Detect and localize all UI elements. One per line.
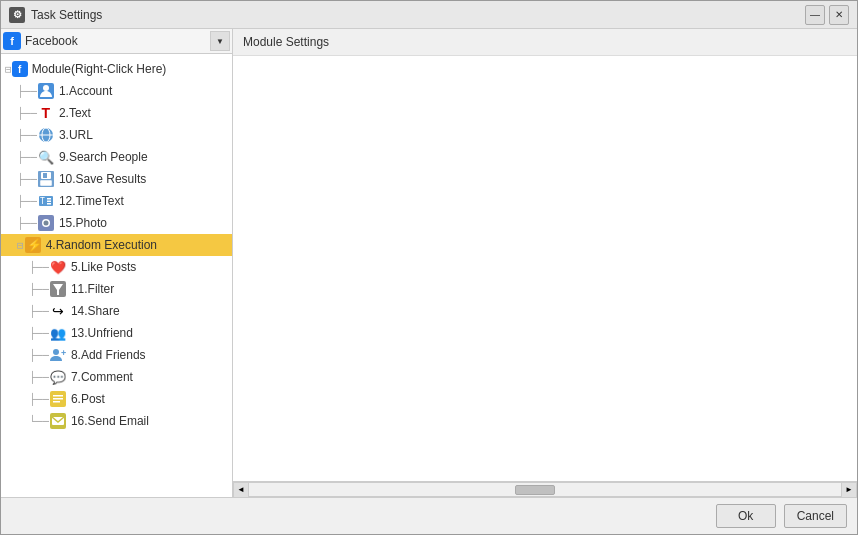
tree-item-likeposts[interactable]: ├── ❤️ 5.Like Posts: [1, 256, 232, 278]
photo-connector: ├──: [17, 218, 37, 229]
url-connector: ├──: [17, 130, 37, 141]
tree-item-sendemail[interactable]: └── 16.Send Email: [1, 410, 232, 432]
account-connector: ├──: [17, 86, 37, 97]
save-results-icon: [37, 170, 55, 188]
scroll-left-button[interactable]: ◄: [233, 482, 249, 498]
unfriend-connector: ├──: [29, 328, 49, 339]
svg-point-1: [43, 85, 49, 91]
photo-label: 15.Photo: [59, 216, 107, 230]
text-label: 2.Text: [59, 106, 91, 120]
tree-item-timetext[interactable]: ├── T 12.TimeText: [1, 190, 232, 212]
module-dropdown[interactable]: Facebook: [25, 34, 210, 48]
send-email-icon: [49, 412, 67, 430]
window-icon: ⚙: [9, 7, 25, 23]
close-button[interactable]: ✕: [829, 5, 849, 25]
tree-root[interactable]: ⊟ f Module(Right-Click Here): [1, 58, 232, 80]
photo-icon: [37, 214, 55, 232]
main-area: f Facebook ▼ ⊟ f Module(Right-Click Here…: [1, 29, 857, 497]
root-expand-connector: ⊟: [5, 64, 12, 75]
comment-icon: 💬: [49, 368, 67, 386]
post-icon: [49, 390, 67, 408]
left-panel: f Facebook ▼ ⊟ f Module(Right-Click Here…: [1, 29, 233, 497]
window-body: f Facebook ▼ ⊟ f Module(Right-Click Here…: [1, 29, 857, 534]
svg-rect-24: [53, 395, 63, 397]
svg-rect-11: [47, 198, 51, 200]
svg-rect-12: [47, 201, 51, 203]
filter-icon: [49, 280, 67, 298]
timetext-connector: ├──: [17, 196, 37, 207]
module-dropdown-bar: f Facebook ▼: [1, 29, 232, 54]
tree-item-search[interactable]: ├── 🔍 9.Search People: [1, 146, 232, 168]
svg-rect-13: [47, 203, 51, 205]
filter-label: 11.Filter: [71, 282, 114, 296]
title-bar-left: ⚙ Task Settings: [9, 7, 102, 23]
svg-text:T: T: [40, 197, 45, 206]
tree-item-url[interactable]: ├── 3.URL: [1, 124, 232, 146]
comment-label: 7.Comment: [71, 370, 133, 384]
text-icon: T: [37, 104, 55, 122]
task-settings-window: ⚙ Task Settings — ✕ f Facebook ▼: [0, 0, 858, 535]
facebook-icon: f: [3, 32, 21, 50]
addfriends-connector: ├──: [29, 350, 49, 361]
tree-item-post[interactable]: ├── 6.Post: [1, 388, 232, 410]
window-title: Task Settings: [31, 8, 102, 22]
save-label: 10.Save Results: [59, 172, 146, 186]
minimize-button[interactable]: —: [805, 5, 825, 25]
search-label: 9.Search People: [59, 150, 148, 164]
likeposts-label: 5.Like Posts: [71, 260, 136, 274]
share-label: 14.Share: [71, 304, 120, 318]
random-label: 4.Random Execution: [46, 238, 157, 252]
text-connector: ├──: [17, 108, 37, 119]
tree-item-photo[interactable]: ├── 15.Photo: [1, 212, 232, 234]
scroll-track[interactable]: [249, 482, 841, 497]
sendemail-connector: └──: [29, 416, 49, 427]
random-icon: ⚡: [24, 236, 42, 254]
module-settings-content[interactable]: [233, 56, 857, 481]
ok-button[interactable]: Ok: [716, 504, 776, 528]
footer-bar: Ok Cancel: [1, 497, 857, 534]
tree-item-unfriend[interactable]: ├── 👥 13.Unfriend: [1, 322, 232, 344]
horizontal-scrollbar[interactable]: ◄ ►: [233, 481, 857, 497]
root-label: Module(Right-Click Here): [32, 62, 167, 76]
right-panel: Module Settings ◄ ►: [233, 29, 857, 497]
post-connector: ├──: [29, 394, 49, 405]
tree-item-comment[interactable]: ├── 💬 7.Comment: [1, 366, 232, 388]
dropdown-arrow-button[interactable]: ▼: [210, 31, 230, 51]
search-people-icon: 🔍: [37, 148, 55, 166]
tree-item-addfriends[interactable]: ├── + 8.Add Friends: [1, 344, 232, 366]
search-connector: ├──: [17, 152, 37, 163]
like-posts-icon: ❤️: [49, 258, 67, 276]
url-icon: [37, 126, 55, 144]
filter-connector: ├──: [29, 284, 49, 295]
title-bar: ⚙ Task Settings — ✕: [1, 1, 857, 29]
module-settings-header: Module Settings: [233, 29, 857, 56]
svg-text:+: +: [61, 348, 66, 358]
post-label: 6.Post: [71, 392, 105, 406]
tree-item-filter[interactable]: ├── 11.Filter: [1, 278, 232, 300]
svg-point-21: [53, 349, 59, 355]
tree-item-random[interactable]: ⊟ ⚡ 4.Random Execution: [1, 234, 232, 256]
url-label: 3.URL: [59, 128, 93, 142]
scroll-right-button[interactable]: ►: [841, 482, 857, 498]
timetext-icon: T: [37, 192, 55, 210]
tree-item-save[interactable]: ├── 10.Save Results: [1, 168, 232, 190]
root-fb-icon: f: [12, 61, 28, 77]
add-friends-icon: +: [49, 346, 67, 364]
svg-point-16: [43, 221, 48, 226]
svg-text:⚡: ⚡: [27, 237, 41, 252]
tree-item-share[interactable]: ├── ↪ 14.Share: [1, 300, 232, 322]
sendemail-label: 16.Send Email: [71, 414, 149, 428]
svg-rect-25: [53, 398, 63, 400]
scroll-thumb[interactable]: [515, 485, 555, 495]
share-connector: ├──: [29, 306, 49, 317]
module-tree[interactable]: ⊟ f Module(Right-Click Here) ├──: [1, 54, 232, 497]
cancel-button[interactable]: Cancel: [784, 504, 847, 528]
unfriend-icon: 👥: [49, 324, 67, 342]
save-connector: ├──: [17, 174, 37, 185]
comment-connector: ├──: [29, 372, 49, 383]
random-connector: ⊟: [17, 240, 24, 251]
tree-item-text[interactable]: ├── T 2.Text: [1, 102, 232, 124]
addfriends-label: 8.Add Friends: [71, 348, 146, 362]
account-label: 1.Account: [59, 84, 112, 98]
tree-item-account[interactable]: ├── 1.Account: [1, 80, 232, 102]
